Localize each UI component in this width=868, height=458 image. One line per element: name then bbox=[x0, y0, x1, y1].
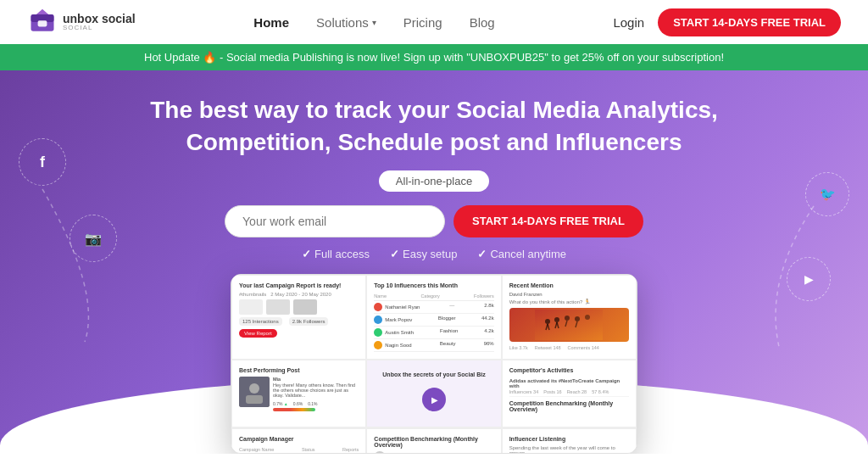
twitter-circle: 🐦 bbox=[805, 172, 849, 216]
influencer-row: Nagin Sood Beauty96% bbox=[374, 339, 493, 352]
instagram-circle: 📷 bbox=[70, 215, 117, 262]
svg-rect-18 bbox=[246, 395, 263, 404]
influencer-row: Nathaniel Ryan —2.8k bbox=[374, 301, 493, 314]
hero-title: The best way to track your Social Media … bbox=[146, 94, 722, 159]
dashboard-bottom: Campaign Manager Campaign NameStatusRepo… bbox=[231, 427, 637, 454]
hero-section: f 📷 🐦 ▶ The best way to track your Socia… bbox=[0, 70, 868, 454]
benchmarking-title: Competition Benchmarking (Monthly Overvi… bbox=[374, 436, 493, 448]
login-button[interactable]: Login bbox=[613, 15, 644, 30]
hero-cta-button[interactable]: START 14-DAYS FREE TRIAL bbox=[453, 205, 643, 237]
influencers-title: Top 10 Influencers this Month bbox=[374, 282, 493, 288]
nav-cta-button[interactable]: START 14-DAYS FREE TRIAL bbox=[658, 8, 841, 36]
email-input[interactable] bbox=[225, 205, 445, 237]
mention-panel: Recent Mention David Franzen What do you… bbox=[502, 275, 637, 360]
social-biz-panel: Unbox the secrets of your Social Biz ▶ bbox=[366, 360, 501, 427]
hero-badge: All-in-one-place bbox=[379, 170, 489, 192]
svg-rect-3 bbox=[38, 20, 47, 26]
svg-point-5 bbox=[545, 319, 550, 324]
nav-right: Login START 14-DAYS FREE TRIAL bbox=[613, 8, 841, 36]
check-full-access: ✓ Full access bbox=[302, 248, 370, 260]
logo[interactable]: unbox social SOCIAL bbox=[27, 7, 136, 37]
svg-point-8 bbox=[554, 317, 559, 322]
campaign-title: Your last Campaign Report is ready! bbox=[239, 282, 359, 288]
influencer-row: Austin Smith Fashion4.2k bbox=[374, 327, 493, 339]
campaign-mgr-panel: Campaign Manager Campaign NameStatusRepo… bbox=[231, 428, 366, 454]
competitor-panel: Competitor's Activities Adidas activated… bbox=[502, 360, 637, 427]
competitor-title: Competitor's Activities bbox=[509, 367, 629, 373]
view-report-button[interactable]: View Report bbox=[239, 329, 277, 338]
hero-checks: ✓ Full access ✓ Easy setup ✓ Cancel anyt… bbox=[302, 248, 566, 260]
runners-svg bbox=[535, 310, 603, 340]
logo-sub: SOCIAL bbox=[63, 25, 136, 31]
navbar: unbox social SOCIAL Home Solutions ▾ Pri… bbox=[0, 0, 868, 44]
svg-marker-2 bbox=[36, 9, 48, 14]
svg-point-17 bbox=[249, 383, 259, 394]
mention-title: Recent Mention bbox=[509, 282, 629, 288]
mention-image bbox=[509, 308, 629, 342]
benchmarking-panel: Competition Benchmarking (Monthly Overvi… bbox=[366, 428, 501, 454]
play-icon: ▶ bbox=[804, 272, 814, 286]
svg-point-15 bbox=[585, 315, 590, 320]
nav-solutions[interactable]: Solutions ▾ bbox=[316, 15, 376, 30]
checkmark-icon-3: ✓ bbox=[477, 248, 487, 260]
best-post-title: Best Performing Post bbox=[239, 367, 359, 373]
logo-icon bbox=[27, 7, 58, 37]
announcement-bar: Hot Update 🔥 - Social media Publishing i… bbox=[0, 44, 868, 70]
check-easy-setup: ✓ Easy setup bbox=[390, 248, 457, 260]
checkmark-icon-2: ✓ bbox=[390, 248, 399, 260]
inf-listening-panel: Influencer Listening Spending the last w… bbox=[502, 428, 637, 454]
facebook-icon: f bbox=[40, 154, 45, 171]
play-circle: ▶ bbox=[787, 257, 831, 301]
post-image bbox=[239, 377, 270, 407]
check-cancel: ✓ Cancel anytime bbox=[477, 248, 566, 260]
campaign-panel: Your last Campaign Report is ready! #thu… bbox=[231, 275, 366, 360]
nav-blog[interactable]: Blog bbox=[470, 15, 495, 30]
influencers-panel: Top 10 Influencers this Month NameCatego… bbox=[366, 275, 501, 360]
logo-text: unbox social bbox=[63, 13, 136, 25]
best-post-panel: Best Performing Post Mia Hey there! Many… bbox=[231, 360, 366, 427]
dashboard-preview: Your last Campaign Report is ready! #thu… bbox=[231, 274, 637, 454]
inf-listening-title: Influencer Listening bbox=[509, 436, 629, 442]
campaign-stats: 125 Interactions 2.9k Followers bbox=[239, 317, 359, 326]
nav-pricing[interactable]: Pricing bbox=[403, 15, 442, 30]
nav-links: Home Solutions ▾ Pricing Blog bbox=[253, 15, 494, 30]
twitter-icon: 🐦 bbox=[820, 187, 836, 202]
svg-point-11 bbox=[565, 316, 570, 321]
chevron-down-icon: ▾ bbox=[372, 18, 376, 27]
announcement-text: Hot Update 🔥 - Social media Publishing i… bbox=[144, 51, 724, 64]
hero-content: The best way to track your Social Media … bbox=[146, 70, 722, 274]
svg-point-13 bbox=[575, 316, 580, 321]
hero-form: START 14-DAYS FREE TRIAL bbox=[225, 205, 643, 237]
nav-home[interactable]: Home bbox=[253, 15, 289, 30]
campaign-mgr-title: Campaign Manager bbox=[239, 436, 359, 442]
play-triangle-icon: ▶ bbox=[431, 395, 438, 405]
influencer-row: Mark Popov Blogger44.2k bbox=[374, 314, 493, 327]
checkmark-icon: ✓ bbox=[302, 248, 311, 260]
instagram-icon: 📷 bbox=[85, 231, 102, 247]
facebook-circle: f bbox=[19, 138, 66, 186]
social-biz-title: Unbox the secrets of your Social Biz bbox=[382, 371, 485, 377]
svg-rect-4 bbox=[535, 310, 603, 340]
play-button[interactable]: ▶ bbox=[422, 388, 446, 411]
dashboard-grid: Your last Campaign Report is ready! #thu… bbox=[231, 275, 637, 427]
